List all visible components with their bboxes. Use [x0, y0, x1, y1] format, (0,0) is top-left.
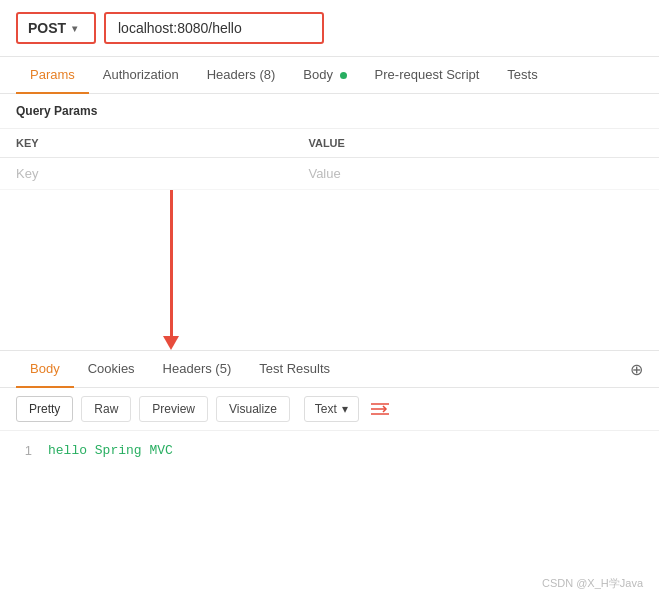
- response-toolbar: Pretty Raw Preview Visualize Text ▾: [0, 388, 659, 431]
- query-params-section-label: Query Params: [0, 94, 659, 129]
- text-format-dropdown[interactable]: Text ▾: [304, 396, 359, 422]
- arrow-area: [0, 190, 659, 350]
- visualize-button[interactable]: Visualize: [216, 396, 290, 422]
- preview-button[interactable]: Preview: [139, 396, 208, 422]
- tab-authorization[interactable]: Authorization: [89, 57, 193, 94]
- bottom-tab-cookies[interactable]: Cookies: [74, 351, 149, 388]
- tab-pre-request-script[interactable]: Pre-request Script: [361, 57, 494, 94]
- pretty-button[interactable]: Pretty: [16, 396, 73, 422]
- method-label: POST: [28, 20, 66, 36]
- raw-button[interactable]: Raw: [81, 396, 131, 422]
- method-chevron-icon: ▾: [72, 23, 77, 34]
- wrap-icon[interactable]: [371, 402, 389, 416]
- url-input[interactable]: [104, 12, 324, 44]
- response-text-1: hello Spring MVC: [48, 443, 173, 458]
- text-format-label: Text: [315, 402, 337, 416]
- value-cell[interactable]: Value: [292, 158, 659, 190]
- tab-tests[interactable]: Tests: [493, 57, 551, 94]
- value-column-header: VALUE: [292, 129, 659, 158]
- bottom-tab-test-results[interactable]: Test Results: [245, 351, 344, 388]
- tab-headers[interactable]: Headers (8): [193, 57, 290, 94]
- bottom-tabs-row: Body Cookies Headers (5) Test Results ⊕: [0, 351, 659, 388]
- response-body: 1 hello Spring MVC: [0, 431, 659, 470]
- line-number-1: 1: [16, 443, 32, 458]
- method-selector[interactable]: POST ▾: [16, 12, 96, 44]
- watermark: CSDN @X_H学Java: [542, 576, 643, 591]
- url-bar: POST ▾: [0, 0, 659, 57]
- red-arrow: [163, 190, 179, 350]
- arrow-head: [163, 336, 179, 350]
- top-tabs-row: Params Authorization Headers (8) Body Pr…: [0, 57, 659, 94]
- query-params-table: KEY VALUE Key Value: [0, 129, 659, 190]
- key-cell[interactable]: Key: [0, 158, 292, 190]
- bottom-tab-headers[interactable]: Headers (5): [149, 351, 246, 388]
- text-format-chevron-icon: ▾: [342, 402, 348, 416]
- body-dot-indicator: [340, 72, 347, 79]
- settings-icon[interactable]: ⊕: [630, 360, 643, 379]
- bottom-tab-body[interactable]: Body: [16, 351, 74, 388]
- table-row: Key Value: [0, 158, 659, 190]
- arrow-line: [170, 190, 173, 336]
- tab-params[interactable]: Params: [16, 57, 89, 94]
- tab-body[interactable]: Body: [289, 57, 360, 94]
- bottom-section: Body Cookies Headers (5) Test Results ⊕ …: [0, 350, 659, 470]
- key-column-header: KEY: [0, 129, 292, 158]
